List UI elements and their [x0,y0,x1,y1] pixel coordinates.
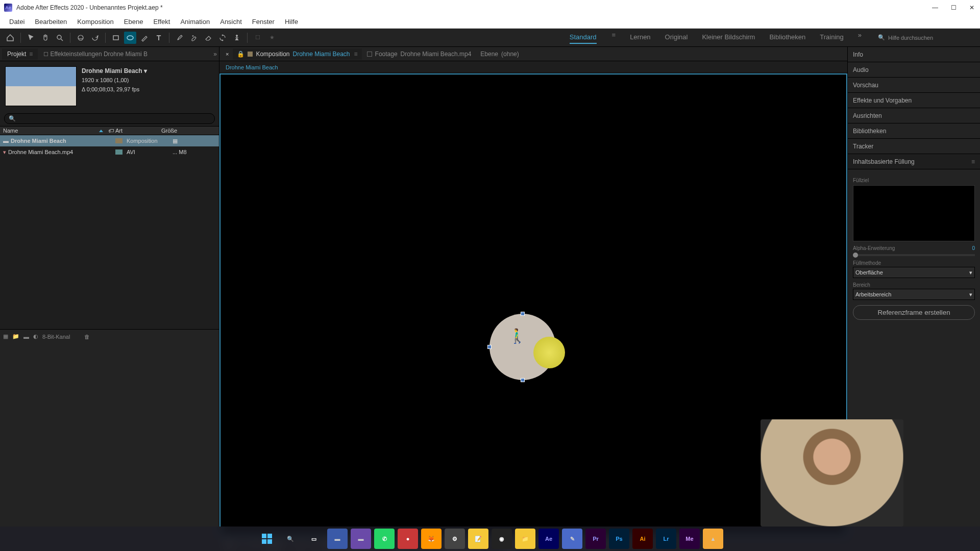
panel-bibliotheken[interactable]: Bibliotheken [848,123,980,139]
snap-toggle-icon[interactable]: ★ [266,32,278,44]
new-comp-icon[interactable]: ▬ [23,334,29,340]
composition-viewer[interactable]: 🚶‍♂️ [219,73,847,536]
alpha-value[interactable]: 0 [972,245,975,251]
hand-tool-icon[interactable] [39,32,52,44]
composition-thumbnail[interactable] [5,66,77,106]
photoshop-icon[interactable]: Ps [609,529,629,549]
taskbar-app[interactable]: ✎ [562,529,582,549]
text-tool-icon[interactable]: T [153,32,165,44]
tabs-overflow-icon[interactable]: » [213,51,217,58]
home-icon[interactable] [4,32,16,44]
tab-composition[interactable]: 🔒 Komposition Drohne Miami Beach ≡ [233,48,361,60]
taskbar-app[interactable]: ⚙ [445,529,465,549]
menu-ansicht[interactable]: Ansicht [215,18,247,26]
snap-icon[interactable]: ☐ [252,32,264,44]
minimize-button[interactable]: — [931,4,939,11]
col-name[interactable]: Name [3,128,18,134]
obs-icon[interactable]: ◉ [492,529,512,549]
panel-info[interactable]: Info [848,47,980,62]
tab-layer[interactable]: Ebene (ohne) [476,48,523,60]
lightroom-icon[interactable]: Lr [656,529,676,549]
search-taskbar-icon[interactable]: 🔍 [280,529,301,549]
brush-tool-icon[interactable] [174,32,186,44]
range-dropdown[interactable]: Arbeitsbereich ▾ [853,289,975,300]
taskbar-app[interactable]: 📝 [468,529,488,549]
roto-tool-icon[interactable] [216,32,229,44]
label-color-icon[interactable] [115,149,122,155]
panel-tracker[interactable]: Tracker [848,139,980,154]
project-item-comp[interactable]: ▬ Drohne Miami Beach Komposition ▦ [0,135,219,146]
panel-menu-icon[interactable]: ≡ [354,51,358,58]
menu-effekt[interactable]: Effekt [148,18,175,26]
col-size[interactable]: Größe [161,128,192,134]
taskbar-app[interactable]: ▬ [351,529,371,549]
eraser-tool-icon[interactable] [202,32,214,44]
taskbar-app[interactable]: ▲ [703,529,723,549]
whatsapp-icon[interactable]: ✆ [374,529,395,549]
media-encoder-icon[interactable]: Me [679,529,700,549]
mask-handle-bottom[interactable] [521,378,525,382]
interpret-icon[interactable]: ▦ [3,333,8,340]
workspace-training[interactable]: Training [820,31,843,44]
puppet-tool-icon[interactable] [231,32,243,44]
zoom-tool-icon[interactable] [54,32,66,44]
menu-bearbeiten[interactable]: Bearbeiten [30,18,72,26]
menu-animation[interactable]: Animation [175,18,215,26]
start-button[interactable] [257,529,277,549]
project-item-footage[interactable]: ▾ Drohne Miami Beach.mp4 AVI ... M8 [0,146,219,158]
taskbar-app[interactable]: ● [398,529,418,549]
alpha-slider[interactable] [853,254,975,256]
workspace-kleiner[interactable]: Kleiner Bildschirm [702,31,755,44]
workspace-overflow-icon[interactable]: » [858,31,862,44]
menu-datei[interactable]: Datei [4,18,30,26]
mask-handle-top[interactable] [521,312,525,316]
close-button[interactable]: ✕ [968,4,976,11]
adjust-icon[interactable]: ◐ [33,333,38,340]
explorer-icon[interactable]: 📁 [515,529,535,549]
help-search[interactable]: 🔍 Hilfe durchsuchen [874,34,976,41]
workspace-menu-icon[interactable]: ≡ [612,31,616,44]
workspace-standard[interactable]: Standard [570,31,597,44]
rectangle-tool-icon[interactable] [110,32,122,44]
illustrator-icon[interactable]: Ai [632,529,653,549]
task-view-icon[interactable]: ▭ [304,529,324,549]
mask-handle-left[interactable] [487,345,492,349]
rotate-tool-icon[interactable] [89,32,101,44]
panel-menu-icon[interactable]: ≡ [971,158,975,165]
workspace-original[interactable]: Original [665,31,688,44]
tab-projekt[interactable]: Projekt ≡ [2,48,38,60]
menu-fenster[interactable]: Fenster [247,18,280,26]
panel-effekte[interactable]: Effekte und Vorgaben [848,93,980,108]
menu-komposition[interactable]: Komposition [72,18,119,26]
panel-ausrichten[interactable]: Ausrichten [848,108,980,123]
after-effects-icon[interactable]: Ae [538,529,559,549]
maximize-button[interactable]: ☐ [949,4,958,11]
tab-close-icon[interactable]: × [223,51,232,57]
tab-effekteinstellungen[interactable]: Effekteinstellungen Drohne Miami B [39,48,153,60]
firefox-icon[interactable]: 🦊 [421,529,442,549]
panel-menu-icon[interactable]: ≡ [29,51,33,58]
taskbar-app[interactable]: ▬ [327,529,348,549]
comp-name-label[interactable]: Drohne Miami Beach ▾ [82,66,147,76]
panel-audio[interactable]: Audio [848,62,980,78]
label-color-icon[interactable] [115,138,122,143]
premiere-icon[interactable]: Pr [585,529,606,549]
clone-tool-icon[interactable] [188,32,200,44]
pen-tool-icon[interactable] [138,32,151,44]
panel-content-aware-fill[interactable]: Inhaltsbasierte Füllung ≡ [848,154,980,169]
menu-hilfe[interactable]: Hilfe [280,18,303,26]
folder-icon[interactable]: 📁 [12,333,19,340]
method-dropdown[interactable]: Oberfläche ▾ [853,267,975,278]
selection-tool-icon[interactable] [25,32,37,44]
label-col-icon[interactable]: 🏷 [108,128,115,134]
comp-breadcrumb[interactable]: Drohne Miami Beach [219,61,847,73]
col-art[interactable]: Art [115,128,161,134]
tab-footage[interactable]: Footage Drohne Miami Beach.mp4 [363,48,476,60]
lock-icon[interactable]: 🔒 [237,51,244,58]
trash-icon[interactable]: 🗑 [84,334,90,340]
workspace-lernen[interactable]: Lernen [630,31,650,44]
bit-depth-button[interactable]: 8-Bit-Kanal [42,334,70,340]
orbit-tool-icon[interactable] [75,32,87,44]
ellipse-tool-icon[interactable] [124,32,136,44]
project-search-input[interactable]: 🔍 [4,113,215,124]
